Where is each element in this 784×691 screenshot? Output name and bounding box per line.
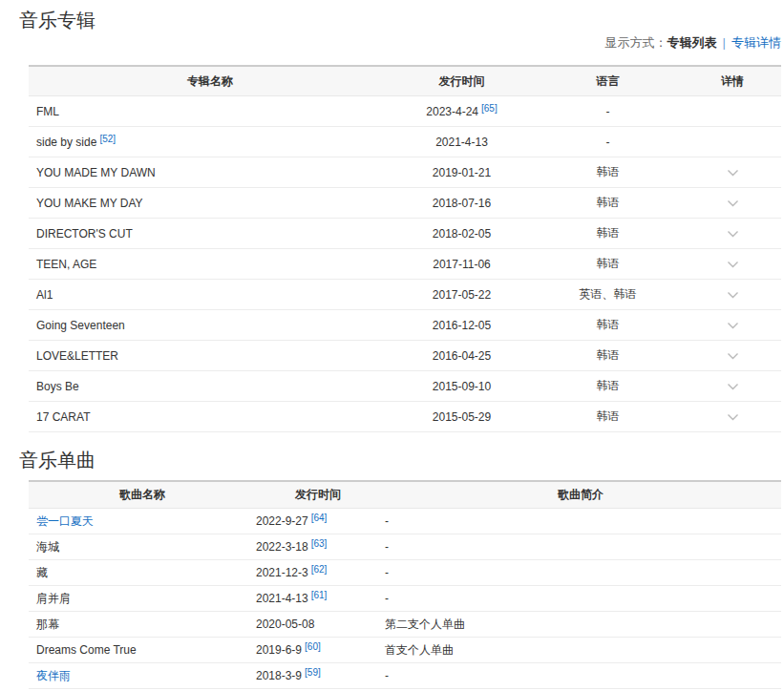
album-name-cell: Boys Be bbox=[29, 371, 392, 402]
album-release-date-cell: 2017-05-22 bbox=[392, 280, 532, 310]
reference-link[interactable]: [60] bbox=[305, 641, 321, 652]
album-release-date-cell: 2018-02-05 bbox=[392, 219, 532, 249]
song-description: 第二支个人单曲 bbox=[385, 618, 465, 631]
expand-button[interactable] bbox=[684, 249, 781, 280]
album-name-cell: LOVE&LETTER bbox=[29, 341, 392, 371]
release-date: 2020-05-08 bbox=[256, 618, 314, 631]
expand-button[interactable] bbox=[684, 341, 781, 371]
release-date: 2016-12-05 bbox=[433, 319, 491, 332]
reference-link[interactable]: [59] bbox=[305, 667, 321, 678]
chevron-down-icon[interactable] bbox=[727, 383, 739, 390]
chevron-down-icon[interactable] bbox=[727, 352, 739, 360]
expand-button[interactable] bbox=[684, 402, 781, 432]
table-row: 尝一口夏天2022-9-27[64]- bbox=[29, 509, 781, 534]
release-date: 2018-3-9 bbox=[256, 669, 302, 682]
albums-column-header: 发行时间 bbox=[392, 66, 532, 96]
chevron-down-icon[interactable] bbox=[727, 169, 739, 177]
song-link[interactable]: 尝一口夏天 bbox=[36, 514, 94, 528]
album-name-cell: Going Seventeen bbox=[29, 310, 392, 341]
album-language-cell: - bbox=[532, 96, 684, 127]
album-release-date-cell: 2017-11-06 bbox=[392, 249, 532, 280]
albums-table: 专辑名称发行时间语言详情 FML2023-4-24[65]-side by si… bbox=[29, 65, 781, 432]
song-link[interactable]: 夜伴雨 bbox=[36, 669, 71, 682]
table-row: FML2023-4-24[65]- bbox=[29, 96, 781, 127]
song-description-cell: 第二支个人单曲 bbox=[380, 612, 781, 638]
display-mode-detail-link[interactable]: 专辑详情 bbox=[731, 35, 781, 50]
expand-button[interactable] bbox=[684, 310, 781, 341]
song-description-cell: - bbox=[380, 586, 781, 612]
album-release-date-cell: 2021-4-13 bbox=[392, 127, 532, 157]
album-language: 韩语 bbox=[597, 196, 620, 209]
table-row: 夜伴雨2018-3-9[59]- bbox=[29, 663, 781, 689]
album-language-cell: 韩语 bbox=[532, 341, 684, 371]
album-name: DIRECTOR'S CUT bbox=[36, 227, 133, 241]
chevron-down-icon[interactable] bbox=[727, 230, 739, 238]
album-detail-cell bbox=[684, 127, 781, 157]
song-name-cell: Dreams Come True bbox=[29, 638, 256, 663]
table-row: LOVE&LETTER2016-04-25韩语 bbox=[29, 341, 781, 371]
song-release-date-cell: 2020-05-08 bbox=[256, 612, 380, 638]
album-language-cell: 英语、韩语 bbox=[532, 280, 684, 310]
chevron-down-icon[interactable] bbox=[727, 322, 739, 329]
album-language-cell: 韩语 bbox=[532, 219, 684, 249]
table-row: Going Seventeen2016-12-05韩语 bbox=[29, 310, 781, 341]
album-language: 韩语 bbox=[597, 348, 620, 362]
reference-link[interactable]: [63] bbox=[311, 538, 328, 549]
release-date: 2018-02-05 bbox=[433, 227, 491, 241]
reference-link[interactable]: [61] bbox=[311, 590, 328, 600]
expand-button[interactable] bbox=[684, 157, 781, 188]
song-description: - bbox=[385, 669, 389, 682]
song-description: 首支个人单曲 bbox=[385, 643, 454, 657]
song-name: 海城 bbox=[36, 540, 59, 554]
song-release-date-cell: 2019-6-9[60] bbox=[256, 638, 380, 663]
album-name: Boys Be bbox=[36, 380, 79, 393]
expand-button[interactable] bbox=[684, 371, 781, 402]
song-name-cell: 夜伴雨 bbox=[29, 663, 256, 689]
song-name-cell: 海城 bbox=[29, 534, 256, 560]
chevron-down-icon[interactable] bbox=[727, 261, 739, 268]
album-name: YOU MAKE MY DAY bbox=[36, 197, 143, 210]
release-date: 2019-01-21 bbox=[433, 166, 491, 179]
release-date: 2017-05-22 bbox=[433, 288, 491, 302]
album-name: YOU MADE MY DAWN bbox=[36, 166, 156, 179]
song-release-date-cell: 2022-3-18[63] bbox=[256, 534, 380, 560]
expand-button[interactable] bbox=[684, 280, 781, 310]
reference-link[interactable]: [65] bbox=[481, 103, 498, 114]
song-description: - bbox=[385, 592, 389, 605]
table-row: YOU MAKE MY DAY2018-07-16韩语 bbox=[29, 188, 781, 219]
album-name-cell: side by side[52] bbox=[29, 127, 392, 157]
singles-column-header: 发行时间 bbox=[256, 481, 380, 509]
album-language: - bbox=[606, 105, 610, 118]
albums-column-header: 详情 bbox=[684, 66, 781, 96]
song-description-cell: - bbox=[380, 560, 781, 586]
release-date: 2016-04-25 bbox=[433, 349, 491, 363]
song-release-date-cell: 2022-9-27[64] bbox=[256, 509, 380, 534]
display-mode-separator: | bbox=[723, 35, 726, 50]
album-language: 韩语 bbox=[597, 318, 620, 331]
reference-link[interactable]: [64] bbox=[311, 513, 328, 523]
song-description-cell: - bbox=[380, 509, 781, 534]
album-release-date-cell: 2015-05-29 bbox=[392, 402, 532, 432]
album-language: 韩语 bbox=[597, 379, 620, 392]
chevron-down-icon[interactable] bbox=[727, 413, 739, 421]
expand-button[interactable] bbox=[684, 188, 781, 219]
album-language: 韩语 bbox=[597, 226, 620, 240]
reference-link[interactable]: [62] bbox=[311, 564, 328, 575]
album-name-cell: Al1 bbox=[29, 280, 392, 310]
table-row: 17 CARAT2015-05-29韩语 bbox=[29, 402, 781, 432]
release-date: 2022-9-27 bbox=[256, 514, 308, 528]
album-release-date-cell: 2016-12-05 bbox=[392, 310, 532, 341]
album-detail-cell bbox=[684, 96, 781, 127]
chevron-down-icon[interactable] bbox=[727, 199, 739, 207]
release-date: 2018-07-16 bbox=[433, 197, 491, 210]
album-name-cell: TEEN, AGE bbox=[29, 249, 392, 280]
chevron-down-icon[interactable] bbox=[727, 291, 739, 299]
display-mode-list-option[interactable]: 专辑列表 bbox=[667, 35, 717, 50]
singles-column-header: 歌曲名称 bbox=[29, 481, 256, 509]
album-name: side by side bbox=[36, 136, 96, 149]
expand-button[interactable] bbox=[684, 219, 781, 249]
album-name: 17 CARAT bbox=[36, 410, 90, 424]
album-release-date-cell: 2018-07-16 bbox=[392, 188, 532, 219]
reference-link[interactable]: [52] bbox=[99, 134, 116, 144]
album-language: 韩语 bbox=[597, 257, 620, 270]
